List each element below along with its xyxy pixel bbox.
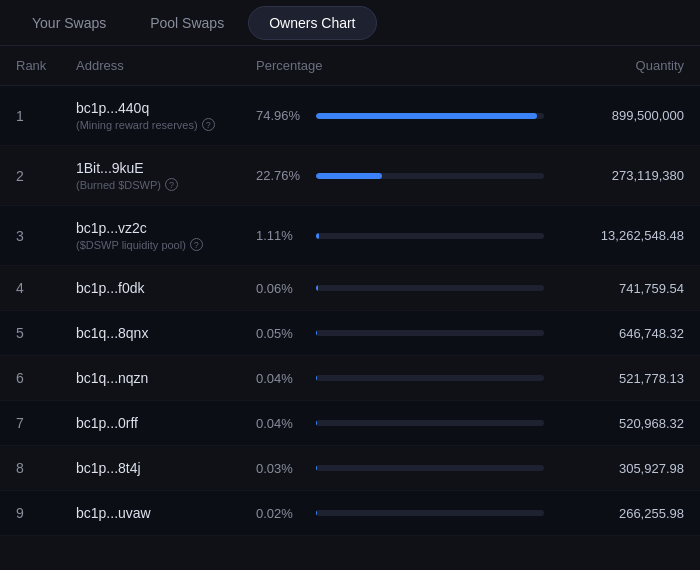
address-main: bc1p...uvaw	[76, 505, 256, 521]
address-main: bc1p...8t4j	[76, 460, 256, 476]
percentage-cell: 1.11%	[256, 228, 544, 243]
address-main: bc1q...nqzn	[76, 370, 256, 386]
address-cell: bc1q...8qnx	[76, 325, 256, 341]
table-row: 5bc1q...8qnx0.05%646,748.32	[0, 311, 700, 356]
quantity-cell: 273,119,380	[544, 168, 684, 183]
tab-bar: Your SwapsPool SwapsOwners Chart	[0, 0, 700, 46]
quantity-cell: 13,262,548.48	[544, 228, 684, 243]
help-icon[interactable]: ?	[165, 178, 178, 191]
table-row: 9bc1p...uvaw0.02%266,255.98	[0, 491, 700, 536]
header-rank: Rank	[16, 58, 76, 73]
rank-cell: 8	[16, 460, 76, 476]
quantity-cell: 899,500,000	[544, 108, 684, 123]
bar-fill	[316, 510, 317, 516]
table-row: 1bc1p...440q(Mining reward reserves)?74.…	[0, 86, 700, 146]
table-body: 1bc1p...440q(Mining reward reserves)?74.…	[0, 86, 700, 536]
percentage-label: 0.06%	[256, 281, 306, 296]
bar-track	[316, 375, 544, 381]
address-cell: bc1p...uvaw	[76, 505, 256, 521]
bar-track	[316, 285, 544, 291]
percentage-label: 22.76%	[256, 168, 306, 183]
quantity-cell: 521,778.13	[544, 371, 684, 386]
percentage-cell: 0.04%	[256, 371, 544, 386]
bar-fill	[316, 233, 319, 239]
table-header: Rank Address Percentage Quantity	[0, 46, 700, 86]
quantity-cell: 305,927.98	[544, 461, 684, 476]
header-percentage: Percentage	[256, 58, 544, 73]
bar-track	[316, 510, 544, 516]
address-main: 1Bit...9kuE	[76, 160, 256, 176]
table-row: 4bc1p...f0dk0.06%741,759.54	[0, 266, 700, 311]
bar-fill	[316, 465, 317, 471]
percentage-cell: 0.02%	[256, 506, 544, 521]
tab-your-swaps[interactable]: Your Swaps	[12, 7, 126, 39]
address-subtitle: (Mining reward reserves)?	[76, 118, 256, 131]
address-cell: 1Bit...9kuE(Burned $DSWP)?	[76, 160, 256, 191]
bar-fill	[316, 285, 318, 291]
address-cell: bc1p...8t4j	[76, 460, 256, 476]
rank-cell: 2	[16, 168, 76, 184]
rank-cell: 9	[16, 505, 76, 521]
bar-fill	[316, 420, 317, 426]
bar-fill	[316, 173, 382, 179]
quantity-cell: 266,255.98	[544, 506, 684, 521]
address-main: bc1p...0rff	[76, 415, 256, 431]
bar-track	[316, 173, 544, 179]
tab-pool-swaps[interactable]: Pool Swaps	[130, 7, 244, 39]
address-cell: bc1p...440q(Mining reward reserves)?	[76, 100, 256, 131]
address-subtitle: (Burned $DSWP)?	[76, 178, 256, 191]
address-subtitle: ($DSWP liquidity pool)?	[76, 238, 256, 251]
rank-cell: 7	[16, 415, 76, 431]
quantity-cell: 646,748.32	[544, 326, 684, 341]
table-row: 8bc1p...8t4j0.03%305,927.98	[0, 446, 700, 491]
address-cell: bc1p...vz2c($DSWP liquidity pool)?	[76, 220, 256, 251]
help-icon[interactable]: ?	[190, 238, 203, 251]
percentage-label: 0.03%	[256, 461, 306, 476]
table-row: 3bc1p...vz2c($DSWP liquidity pool)?1.11%…	[0, 206, 700, 266]
address-cell: bc1q...nqzn	[76, 370, 256, 386]
table-row: 21Bit...9kuE(Burned $DSWP)?22.76%273,119…	[0, 146, 700, 206]
percentage-label: 1.11%	[256, 228, 306, 243]
bar-fill	[316, 375, 317, 381]
percentage-cell: 74.96%	[256, 108, 544, 123]
rank-cell: 3	[16, 228, 76, 244]
tab-owners-chart[interactable]: Owners Chart	[248, 6, 376, 40]
percentage-label: 0.05%	[256, 326, 306, 341]
percentage-label: 0.02%	[256, 506, 306, 521]
address-main: bc1q...8qnx	[76, 325, 256, 341]
rank-cell: 5	[16, 325, 76, 341]
address-cell: bc1p...f0dk	[76, 280, 256, 296]
bar-track	[316, 330, 544, 336]
percentage-cell: 0.06%	[256, 281, 544, 296]
bar-track	[316, 233, 544, 239]
percentage-cell: 0.04%	[256, 416, 544, 431]
bar-fill	[316, 330, 317, 336]
bar-fill	[316, 113, 537, 119]
owners-chart-table: Rank Address Percentage Quantity 1bc1p..…	[0, 46, 700, 536]
percentage-label: 0.04%	[256, 416, 306, 431]
rank-cell: 6	[16, 370, 76, 386]
bar-track	[316, 465, 544, 471]
rank-cell: 4	[16, 280, 76, 296]
header-address: Address	[76, 58, 256, 73]
rank-cell: 1	[16, 108, 76, 124]
header-quantity: Quantity	[544, 58, 684, 73]
percentage-cell: 22.76%	[256, 168, 544, 183]
quantity-cell: 741,759.54	[544, 281, 684, 296]
quantity-cell: 520,968.32	[544, 416, 684, 431]
address-main: bc1p...440q	[76, 100, 256, 116]
address-main: bc1p...vz2c	[76, 220, 256, 236]
address-cell: bc1p...0rff	[76, 415, 256, 431]
address-main: bc1p...f0dk	[76, 280, 256, 296]
bar-track	[316, 113, 544, 119]
percentage-cell: 0.05%	[256, 326, 544, 341]
percentage-label: 0.04%	[256, 371, 306, 386]
percentage-cell: 0.03%	[256, 461, 544, 476]
bar-track	[316, 420, 544, 426]
percentage-label: 74.96%	[256, 108, 306, 123]
table-row: 7bc1p...0rff0.04%520,968.32	[0, 401, 700, 446]
help-icon[interactable]: ?	[202, 118, 215, 131]
table-row: 6bc1q...nqzn0.04%521,778.13	[0, 356, 700, 401]
